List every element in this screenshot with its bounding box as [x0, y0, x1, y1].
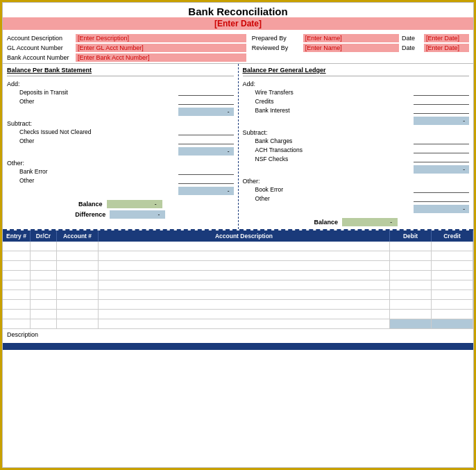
gl-acct-input[interactable]: [Enter GL Acct Number] [76, 44, 246, 52]
bottom-empty [3, 350, 473, 467]
bank-add-subtotal-box[interactable]: - [178, 108, 234, 116]
cell-desc[interactable] [99, 319, 390, 328]
cell-credit-total[interactable] [432, 319, 473, 328]
ledger-wire-line[interactable] [414, 89, 469, 96]
cell-credit[interactable] [432, 300, 473, 309]
ledger-nsf-line[interactable] [414, 156, 469, 162]
bank-other-other-line[interactable] [178, 177, 234, 184]
cell-debit[interactable] [390, 271, 432, 280]
ledger-charges-line[interactable] [414, 137, 469, 144]
bank-difference-box[interactable]: - [110, 210, 165, 219]
cell-entry[interactable] [3, 271, 31, 280]
cell-debit-total[interactable] [390, 319, 432, 328]
bank-acct-input[interactable]: [Enter Bank Acct Number] [76, 53, 246, 62]
cell-credit[interactable] [432, 280, 473, 289]
bank-checks-line[interactable] [178, 128, 234, 135]
bank-sub-subtotal-box[interactable]: - [178, 147, 234, 156]
bank-add-other-line[interactable] [178, 98, 234, 105]
cell-desc[interactable] [99, 280, 390, 289]
cell-acct[interactable] [57, 319, 99, 328]
cell-debit[interactable] [390, 242, 432, 251]
prepared-date-input[interactable]: [Enter Date] [424, 34, 469, 42]
cell-acct[interactable] [57, 261, 99, 270]
table-row[interactable] [3, 251, 473, 261]
cell-acct[interactable] [57, 280, 99, 289]
table-row[interactable] [3, 310, 473, 319]
table-row[interactable] [3, 319, 473, 329]
cell-desc[interactable] [99, 271, 390, 280]
cell-debit[interactable] [390, 251, 432, 260]
cell-drcr[interactable] [31, 280, 57, 289]
ledger-other-other-line[interactable] [414, 195, 469, 202]
cell-acct[interactable] [57, 251, 99, 260]
cell-credit[interactable] [432, 242, 473, 251]
cell-drcr[interactable] [31, 290, 57, 299]
bank-error-line[interactable] [178, 168, 234, 175]
bank-acct-row: Bank Account Number [Enter Bank Acct Num… [7, 53, 246, 62]
bank-error-label: Bank Error [19, 168, 176, 175]
ledger-bookerror-line[interactable] [414, 186, 469, 193]
cell-debit[interactable] [390, 280, 432, 289]
cell-entry[interactable] [3, 261, 31, 270]
cell-drcr[interactable] [31, 319, 57, 328]
cell-entry[interactable] [3, 319, 31, 328]
ledger-other-subtotal-box[interactable]: - [414, 205, 469, 213]
date-field[interactable]: [Enter Date] [3, 17, 473, 30]
cell-desc[interactable] [99, 261, 390, 270]
cell-debit[interactable] [390, 310, 432, 319]
cell-drcr[interactable] [31, 251, 57, 260]
cell-acct[interactable] [57, 300, 99, 309]
cell-drcr[interactable] [31, 271, 57, 280]
cell-entry[interactable] [3, 300, 31, 309]
cell-acct[interactable] [57, 242, 99, 251]
cell-acct[interactable] [57, 290, 99, 299]
bank-other-subtotal-box[interactable]: - [178, 187, 234, 195]
cell-desc[interactable] [99, 300, 390, 309]
ledger-interest-line[interactable] [414, 107, 469, 114]
cell-entry[interactable] [3, 280, 31, 289]
ledger-add-subtotal-box[interactable]: - [414, 117, 469, 125]
cell-acct[interactable] [57, 271, 99, 280]
table-row[interactable] [3, 261, 473, 271]
cell-credit[interactable] [432, 261, 473, 270]
cell-drcr[interactable] [31, 300, 57, 309]
cell-drcr[interactable] [31, 261, 57, 270]
cell-debit[interactable] [390, 261, 432, 270]
cell-desc[interactable] [99, 251, 390, 260]
table-row[interactable] [3, 300, 473, 310]
prepared-by-input[interactable]: [Enter Name] [303, 34, 399, 42]
cell-debit[interactable] [390, 290, 432, 299]
reviewed-by-input[interactable]: [Enter Name] [303, 44, 399, 52]
bank-deposits-line[interactable] [178, 89, 234, 96]
cell-entry[interactable] [3, 251, 31, 260]
cell-entry[interactable] [3, 242, 31, 251]
table-row[interactable] [3, 271, 473, 280]
bank-sub-other-line[interactable] [178, 137, 234, 144]
bank-checks-row: Checks Issued Not Cleared [7, 128, 234, 135]
table-row[interactable] [3, 280, 473, 290]
cell-desc[interactable] [99, 290, 390, 299]
bank-balance-box[interactable]: - [107, 200, 162, 208]
cell-entry[interactable] [3, 290, 31, 299]
account-desc-input[interactable]: [Enter Description] [76, 34, 246, 42]
col-credit-header: Credit [432, 230, 473, 242]
table-row[interactable] [3, 290, 473, 300]
ledger-credits-line[interactable] [414, 98, 469, 105]
cell-desc[interactable] [99, 310, 390, 319]
cell-credit[interactable] [432, 271, 473, 280]
cell-acct[interactable] [57, 310, 99, 319]
cell-drcr[interactable] [31, 310, 57, 319]
ledger-sub-subtotal-box[interactable]: - [414, 165, 469, 174]
ledger-balance-box[interactable]: - [342, 218, 398, 226]
reviewed-date-input[interactable]: [Enter Date] [424, 44, 469, 52]
cell-credit[interactable] [432, 290, 473, 299]
table-row[interactable] [3, 242, 473, 251]
cell-credit[interactable] [432, 251, 473, 260]
cell-entry[interactable] [3, 310, 31, 319]
cell-credit[interactable] [432, 310, 473, 319]
cell-debit[interactable] [390, 300, 432, 309]
bank-balance-row: Balance - [7, 200, 234, 208]
ledger-ach-line[interactable] [414, 146, 469, 153]
cell-drcr[interactable] [31, 242, 57, 251]
cell-desc[interactable] [99, 242, 390, 251]
